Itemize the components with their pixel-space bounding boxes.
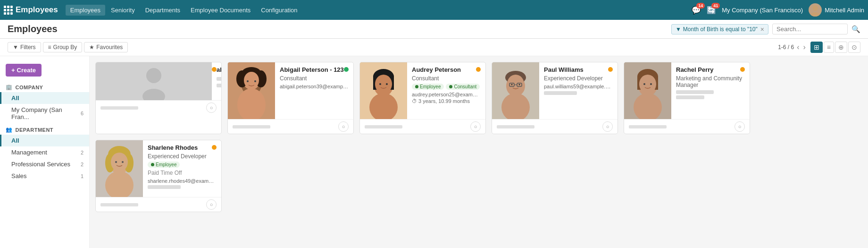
sidebar-item-professional-services[interactable]: Professional Services 2: [0, 158, 89, 170]
next-page-button[interactable]: ›: [802, 43, 807, 51]
tag-dot: [415, 85, 418, 88]
main-content: + Create 🏢 COMPANY All My Company (San F…: [0, 56, 868, 248]
status-dot: [344, 67, 349, 72]
blurred-line: [676, 95, 704, 99]
svg-point-41: [650, 83, 652, 85]
company-selector[interactable]: My Company (San Francisco): [722, 7, 803, 14]
card-action-button[interactable]: ○: [206, 103, 217, 113]
card-body: abc: [96, 62, 221, 100]
map-view-button[interactable]: ⊕: [835, 42, 847, 53]
settings-view-button[interactable]: ⊙: [848, 42, 860, 53]
menu-configuration[interactable]: Configuration: [256, 5, 302, 16]
employee-title: Consultant: [280, 75, 349, 82]
sidebar-item-my-company[interactable]: My Company (San Fran... 6: [0, 104, 89, 123]
filters-label: Filters: [20, 44, 36, 51]
list-view-button[interactable]: ≡: [824, 42, 834, 53]
sidebar-item-management[interactable]: Management 2: [0, 146, 89, 158]
avatar: [809, 3, 822, 17]
toolbar: ▼ Filters ≡ Group By ★ Favourites 1-6 / …: [0, 39, 868, 56]
employee-name: Sharlene Rhodes: [148, 144, 217, 152]
group-by-button[interactable]: ≡ Group By: [43, 42, 83, 52]
svg-point-50: [122, 161, 124, 163]
menu-departments[interactable]: Departments: [141, 5, 185, 16]
card-info: Audrey Peterson Consultant Employee Cons…: [407, 62, 485, 119]
create-button[interactable]: + Create: [6, 64, 42, 77]
search-input[interactable]: [772, 24, 848, 34]
grid-icon: [4, 6, 13, 15]
sidebar-item-label: All: [11, 94, 19, 102]
department-section-icon: 👥: [6, 127, 13, 133]
pager-text: 1-6 / 6: [778, 44, 794, 51]
kanban-view-button[interactable]: ⊞: [810, 42, 823, 53]
employee-card[interactable]: Abigail Peterson - 123 Consultant abigai…: [227, 62, 354, 134]
employee-photo: [492, 62, 539, 119]
prev-page-button[interactable]: ‹: [796, 43, 800, 51]
search-button[interactable]: 🔍: [851, 25, 860, 34]
employee-photo: [624, 62, 671, 119]
blurred-footer: [100, 203, 138, 206]
card-action-button[interactable]: ○: [734, 121, 745, 132]
sidebar-item-dept-all[interactable]: All: [0, 135, 89, 146]
svg-point-2: [146, 68, 161, 83]
blurred-line: [148, 185, 181, 189]
employee-name: Audrey Peterson: [412, 66, 481, 74]
svg-point-1: [810, 12, 820, 17]
create-label: Create: [17, 67, 36, 74]
group-icon: ≡: [48, 44, 51, 51]
employee-card[interactable]: abc ○: [95, 62, 222, 134]
sidebar-item-count: 6: [81, 111, 83, 116]
sidebar-item-count: 2: [81, 150, 83, 155]
status-dot: [608, 67, 613, 72]
filter-icon: ▼: [676, 26, 681, 33]
topnav-right: 💬 14 🔄 41 My Company (San Francisco) Mit…: [692, 3, 864, 17]
svg-point-48: [111, 153, 128, 171]
card-action-button[interactable]: ○: [470, 121, 481, 132]
card-action-button[interactable]: ○: [338, 121, 349, 132]
filters-button[interactable]: ▼ Filters: [8, 42, 41, 52]
svg-point-13: [254, 80, 256, 82]
department-section-header: 👥 DEPARTMENT: [0, 123, 89, 135]
card-action-button[interactable]: ○: [206, 199, 217, 210]
menu-employee-documents[interactable]: Employee Documents: [186, 5, 255, 16]
svg-point-39: [639, 75, 656, 94]
sidebar-item-label: All: [11, 137, 19, 144]
employee-card[interactable]: Rachel Perry Marketing and Community Man…: [624, 62, 750, 134]
card-info: Rachel Perry Marketing and Community Man…: [671, 62, 750, 119]
menu-seniority[interactable]: Seniority: [106, 5, 140, 16]
main-menu: Employees Seniority Departments Employee…: [66, 5, 692, 16]
blurred-line: [217, 84, 222, 87]
sidebar-item-sales[interactable]: Sales 1: [0, 170, 89, 182]
activity-badge[interactable]: 🔄 41: [707, 6, 716, 15]
card-action-button[interactable]: ○: [602, 121, 613, 132]
employee-title: Experienced Developer: [148, 153, 217, 160]
messages-badge[interactable]: 💬 14: [692, 6, 701, 15]
user-menu[interactable]: Mitchell Admin: [809, 3, 864, 17]
status-dot: [212, 67, 217, 72]
employee-email: abigail.peterson39@example.co...: [280, 84, 349, 89]
employee-card[interactable]: Paul Williams Experienced Developer paul…: [492, 62, 618, 134]
status-dot: [740, 67, 745, 72]
company-section-label: COMPANY: [16, 85, 43, 90]
sidebar-item-company-all[interactable]: All: [0, 92, 89, 104]
favourites-button[interactable]: ★ Favourites: [84, 42, 128, 52]
employee-tags: Employee: [148, 162, 217, 168]
filter-remove-btn[interactable]: ×: [760, 26, 764, 33]
menu-employees[interactable]: Employees: [66, 5, 105, 16]
svg-point-20: [375, 75, 392, 94]
department-section-label: DEPARTMENT: [16, 127, 54, 133]
employee-tag: Employee: [148, 162, 180, 168]
employee-photo: [360, 62, 407, 119]
card-body: Paul Williams Experienced Developer paul…: [492, 62, 618, 119]
employee-photo: [228, 62, 275, 119]
app-logo[interactable]: Employees: [4, 5, 58, 15]
svg-point-40: [643, 83, 645, 85]
toolbar-right: 1-6 / 6 ‹ › ⊞ ≡ ⊕ ⊙: [778, 42, 860, 53]
plus-icon: +: [11, 67, 15, 74]
blurred-line: [676, 90, 714, 94]
sidebar: + Create 🏢 COMPANY All My Company (San F…: [0, 56, 90, 248]
employee-card[interactable]: Sharlene Rhodes Experienced Developer Em…: [95, 140, 222, 212]
blurred-footer: [233, 125, 270, 128]
employee-photo: [96, 62, 212, 100]
svg-point-21: [379, 83, 381, 85]
employee-card[interactable]: Audrey Peterson Consultant Employee Cons…: [359, 62, 486, 134]
